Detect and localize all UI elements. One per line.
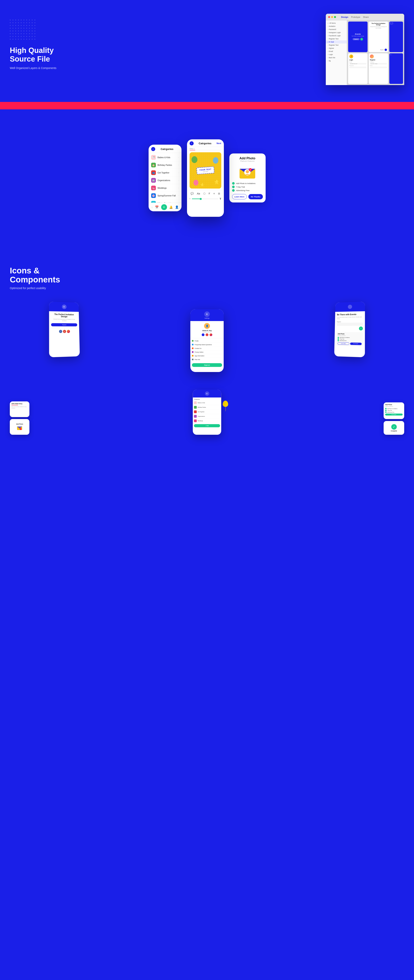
category-item-babies[interactable]: 🍼 Babies & Kids › bbox=[148, 154, 182, 161]
sidebar-item-email2[interactable]: □ Email bbox=[326, 50, 347, 53]
sidebar-item-email[interactable]: □ ✉ Mail bbox=[326, 40, 347, 43]
learn-more-button[interactable]: Learn More bbox=[232, 194, 247, 199]
cat-name-babies: Babies & Kids bbox=[158, 156, 177, 159]
back-button-left[interactable]: ‹ bbox=[151, 147, 155, 151]
back-button-center[interactable]: ‹ bbox=[189, 141, 194, 145]
phone-bottom-nav-left: ⌂ 📅 + 🔔 👤 bbox=[148, 203, 182, 211]
toolbar-align-icon[interactable]: ≡ bbox=[213, 192, 215, 195]
dot-22 bbox=[15, 25, 16, 26]
dot-48 bbox=[32, 30, 33, 31]
dot-13 bbox=[18, 22, 19, 23]
toolbar-grid-icon[interactable]: ⊞ bbox=[218, 192, 220, 195]
feature-item-photo: ✓ Add Photo to invitations bbox=[232, 182, 263, 185]
dot-45 bbox=[24, 30, 24, 31]
check-icon-trial: ✓ bbox=[232, 186, 235, 188]
frame-login: 🍊 Login Email user@email.com Password bbox=[348, 53, 368, 84]
category-item-birthday[interactable]: 🎂 Birthday Parties › bbox=[148, 161, 182, 169]
dot-49 bbox=[35, 30, 35, 31]
tab-design[interactable]: Design bbox=[341, 16, 348, 18]
frame-person: Be The... Register bbox=[389, 22, 403, 52]
dot-5 bbox=[24, 20, 24, 21]
dot-68 bbox=[32, 36, 33, 37]
settings-phone: E Settings 👤 Alizia R. Kay alizia@email.… bbox=[190, 309, 224, 372]
card-actions: Learn More No Thanks bbox=[232, 194, 263, 199]
icons-title: Icons & Components bbox=[10, 266, 73, 284]
sidebar-item-back[interactable]: □ Back 6to bbox=[326, 56, 347, 59]
phone-invitation-iso: E The Perfect Invitation Design Choose f… bbox=[49, 302, 80, 357]
font-small-icon: T bbox=[189, 198, 191, 200]
check-icon-ads: ✓ bbox=[232, 189, 235, 192]
dot-60 bbox=[10, 36, 11, 37]
category-item-get-together[interactable]: 👥 Get Together › bbox=[148, 169, 182, 177]
minimize-dot bbox=[331, 16, 333, 18]
dot-46 bbox=[26, 30, 27, 31]
icons-text-block: Icons & Components Optimized for perfect… bbox=[10, 266, 73, 290]
tab-share[interactable]: Share bbox=[363, 16, 369, 18]
phone-title-left: Catrgories bbox=[155, 148, 179, 151]
dot-62 bbox=[15, 36, 16, 37]
dot-26 bbox=[26, 25, 27, 26]
sidebar-item-login[interactable]: □ Login bbox=[326, 53, 347, 56]
sidebar-item-register[interactable]: □ Register Text bbox=[326, 37, 347, 40]
star-top-right: ⭐ bbox=[214, 180, 219, 185]
toolbar-chat-icon[interactable]: 💬 bbox=[191, 192, 194, 195]
sidebar-item-password[interactable]: □ Password bbox=[326, 28, 347, 31]
balloon-blue bbox=[213, 157, 218, 164]
sidebar-item-8g[interactable]: □ 8g bbox=[326, 59, 347, 62]
cat-icon-weddings: 💒 bbox=[151, 186, 156, 190]
dot-7 bbox=[29, 20, 30, 21]
toolbar-text-icon[interactable]: Aa bbox=[197, 192, 200, 195]
sidebar-item-instagram[interactable]: □ Instagram Login bbox=[326, 31, 347, 34]
category-item-weddings[interactable]: 💒 Weddings › bbox=[148, 184, 182, 192]
next-button-center[interactable]: Next bbox=[217, 142, 221, 145]
hero-section: // Dots will be rendered in body script … bbox=[0, 0, 414, 102]
dot-76 bbox=[26, 39, 27, 40]
tab-prototype[interactable]: Prototype bbox=[351, 16, 360, 18]
dot-11 bbox=[13, 22, 13, 23]
category-list: 🍼 Babies & Kids › 🎂 Birthday Parties › 👥… bbox=[148, 153, 182, 208]
bottom-phone-center: E Catrgories Babies & Kids Birthday Part… bbox=[193, 390, 221, 435]
sidebar-item-signee[interactable]: □ Signee bbox=[326, 47, 347, 50]
red-accent-bar bbox=[0, 102, 414, 109]
toolbar-shape-icon[interactable]: ⬡ bbox=[203, 192, 205, 195]
cat-icon-together: 👥 bbox=[151, 170, 156, 175]
nav-icon-bell[interactable]: 🔔 bbox=[169, 205, 173, 209]
nav-icon-home[interactable]: ⌂ bbox=[151, 205, 153, 209]
dot-0 bbox=[10, 20, 11, 21]
figma-sidebar: ▼ All Items □ Invitation □ Password □ In… bbox=[326, 21, 347, 85]
cat-icon-birthday: 🎂 bbox=[151, 163, 156, 167]
dot-1 bbox=[13, 20, 13, 21]
no-thanks-button[interactable]: No Thanks bbox=[248, 194, 263, 199]
category-item-organizations[interactable]: 🏢 Organizations › bbox=[148, 177, 182, 184]
sidebar-item-invitation[interactable]: □ Invitation bbox=[326, 25, 347, 28]
dot-29 bbox=[35, 25, 35, 26]
invitation-card-area: ⭐ ⭐ YOUR TEXT and Text bbox=[189, 152, 221, 189]
frame-invitation2: The Perfect Invitation Design Choose fro… bbox=[369, 22, 388, 52]
cat-chevron-together: › bbox=[178, 172, 179, 173]
nav-add-button[interactable]: + bbox=[161, 204, 167, 210]
category-item-spring[interactable]: 🌸 Spring/Summer Fall › bbox=[148, 192, 182, 199]
dot-55 bbox=[24, 33, 24, 34]
sidebar-item-facebook[interactable]: □ Facebook Login bbox=[326, 34, 347, 37]
sidebar-item-all[interactable]: ▼ All Items bbox=[326, 22, 347, 25]
nav-icon-calendar[interactable]: 📅 bbox=[155, 205, 159, 209]
slider-track[interactable] bbox=[192, 199, 218, 199]
nav-icon-person[interactable]: 👤 bbox=[175, 205, 179, 209]
dot-21 bbox=[13, 25, 13, 26]
slider-thumb[interactable] bbox=[200, 198, 202, 200]
dot-19 bbox=[35, 22, 35, 23]
dot-56 bbox=[26, 33, 27, 34]
check-icon-photo: ✓ bbox=[232, 182, 235, 185]
phone-header-center: ‹ Catrgories Next bbox=[187, 139, 224, 147]
dot-57 bbox=[29, 33, 30, 34]
svg-text:♥: ♥ bbox=[250, 169, 251, 171]
toolbar-font-icon[interactable]: F bbox=[209, 192, 210, 195]
figma-canvas: Evente The Perfect Invitation Design Reg… bbox=[347, 21, 404, 85]
balloon-green bbox=[191, 156, 197, 163]
add-photo-title: Add Photo bbox=[232, 157, 263, 160]
phone-header-left: ‹ Catrgories bbox=[148, 145, 182, 153]
dot-74 bbox=[21, 39, 22, 40]
sidebar-item-register2[interactable]: □ Register Text bbox=[326, 43, 347, 47]
window-controls bbox=[328, 16, 336, 18]
dot-10 bbox=[10, 22, 11, 23]
